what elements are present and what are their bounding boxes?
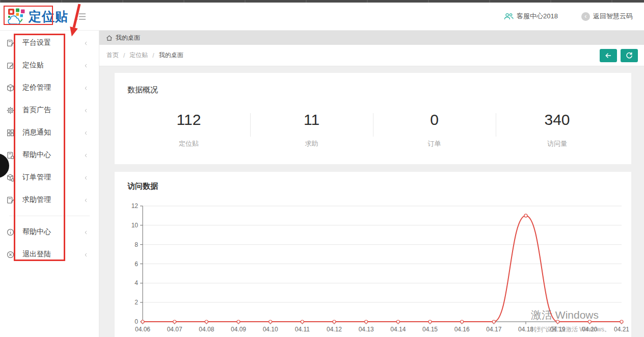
refresh-button[interactable] (621, 49, 638, 62)
customer-service-account[interactable]: 客服中心2018 (504, 12, 558, 21)
svg-text:04.09: 04.09 (231, 326, 246, 333)
chevron-left-icon (84, 152, 89, 158)
breadcrumb-bar: 首页/定位贴/我的桌面 (99, 45, 644, 66)
chevron-left-icon (84, 40, 89, 46)
breadcrumb-separator: / (152, 52, 154, 59)
sidebar-item-label: 首页广告 (22, 106, 84, 115)
svg-text:04.21: 04.21 (614, 326, 629, 333)
sidebar-nav: 平台设置定位贴定价管理首页广告消息通知帮助中心订单管理求助管理帮助中心退出登陆 (0, 31, 99, 337)
back-circle-icon: ‹ (581, 12, 590, 21)
sidebar-item-label: 定价管理 (22, 83, 84, 92)
breadcrumb-item-0[interactable]: 首页 (106, 51, 119, 60)
stat-label: 订单 (373, 139, 496, 148)
svg-text:04.08: 04.08 (199, 326, 214, 333)
svg-text:04.14: 04.14 (390, 326, 406, 333)
info-circle-icon (6, 228, 15, 237)
chevron-left-icon (84, 129, 89, 136)
svg-text:2: 2 (135, 299, 138, 306)
sidebar-divider (9, 216, 90, 216)
breadcrumb-separator: / (123, 52, 125, 59)
svg-text:04.11: 04.11 (295, 326, 310, 333)
logo-title: 定位贴 (29, 8, 68, 25)
tab-my-desktop[interactable]: 我的桌面 (116, 34, 140, 42)
chevron-left-icon (84, 197, 89, 203)
breadcrumb-item-2: 我的桌面 (159, 51, 183, 60)
sidebar-item-9[interactable]: 退出登陆 (0, 243, 99, 266)
logo-qr-cloud-icon (8, 8, 25, 25)
notebook-edit-icon (6, 39, 15, 47)
sidebar-item-label: 退出登陆 (22, 250, 84, 259)
notebook-edit-icon (6, 196, 15, 204)
gear-icon (6, 106, 15, 115)
stat-value: 340 (496, 111, 619, 128)
svg-text:4: 4 (135, 279, 138, 287)
chevron-left-icon (84, 229, 89, 235)
sidebar-item-6[interactable]: 订单管理 (0, 166, 99, 189)
breadcrumb: 首页/定位贴/我的桌面 (106, 51, 183, 60)
cube-badge-icon (6, 173, 15, 182)
svg-text:04.06: 04.06 (135, 326, 150, 333)
sidebar-item-3[interactable]: 首页广告 (0, 99, 99, 121)
stat-item-1: 11求助 (250, 111, 373, 148)
return-smart-cloud-label: 返回智慧云码 (593, 12, 633, 21)
sidebar-item-label: 订单管理 (22, 173, 84, 182)
stat-item-2: 0订单 (373, 111, 496, 148)
stat-value: 112 (127, 111, 250, 128)
svg-text:04.12: 04.12 (327, 326, 342, 333)
svg-text:12: 12 (131, 202, 139, 210)
stat-item-3: 340访问量 (496, 111, 619, 148)
sidebar-item-5[interactable]: 帮助中心 (0, 144, 99, 166)
chevron-left-icon (84, 174, 89, 180)
home-icon (106, 35, 113, 41)
svg-text:04.20: 04.20 (582, 326, 597, 333)
svg-text:04.13: 04.13 (359, 326, 374, 333)
svg-text:0: 0 (135, 318, 138, 325)
sidebar-item-4[interactable]: 消息通知 (0, 121, 99, 144)
chevron-left-icon (84, 107, 89, 113)
app-header: 定位贴 客服中心2018 ‹ 返回智慧云码 (0, 3, 644, 31)
sidebar-item-label: 定位贴 (22, 61, 84, 70)
users-icon (504, 13, 514, 20)
sidebar-item-label: 帮助中心 (22, 150, 84, 160)
customer-service-label: 客服中心2018 (517, 12, 558, 21)
chevron-left-icon (84, 62, 89, 68)
file-badge-icon (6, 151, 15, 160)
stat-label: 访问量 (496, 139, 619, 148)
return-smart-cloud-link[interactable]: ‹ 返回智慧云码 (581, 12, 633, 21)
data-overview-card: 数据概况 112定位贴11求助0订单340访问量 (115, 73, 631, 164)
stat-item-0: 112定位贴 (127, 111, 250, 148)
grid-icon (6, 128, 15, 137)
data-overview-title: 数据概况 (127, 85, 619, 95)
stat-label: 求助 (250, 139, 373, 148)
breadcrumb-item-1[interactable]: 定位贴 (129, 51, 148, 60)
sidebar-item-1[interactable]: 定位贴 (0, 54, 99, 76)
sidebar-item-0[interactable]: 平台设置 (0, 32, 99, 54)
chevron-left-icon (84, 85, 89, 91)
sidebar-item-label: 帮助中心 (22, 227, 84, 237)
app-logo[interactable]: 定位贴 (0, 8, 68, 25)
svg-text:04.17: 04.17 (486, 326, 501, 333)
svg-text:04.10: 04.10 (263, 326, 278, 333)
visit-line-chart: 02468101204.0604.0704.0804.0904.1004.110… (115, 172, 631, 337)
stat-value: 0 (373, 111, 496, 128)
main-area: 我的桌面 首页/定位贴/我的桌面 数据概况 112定位贴11求助0订单340访问… (99, 31, 644, 337)
back-button[interactable] (600, 49, 617, 62)
stat-label: 定位贴 (127, 139, 250, 148)
svg-text:6: 6 (135, 261, 138, 268)
svg-text:04.07: 04.07 (167, 326, 182, 333)
sidebar-item-2[interactable]: 定价管理 (0, 76, 99, 99)
sidebar-item-7[interactable]: 求助管理 (0, 189, 99, 211)
svg-text:8: 8 (135, 241, 138, 248)
stat-value: 11 (250, 111, 373, 128)
svg-text:04.15: 04.15 (422, 326, 438, 333)
svg-text:04.16: 04.16 (454, 326, 470, 333)
sidebar-item-8[interactable]: 帮助中心 (0, 221, 99, 243)
tab-bar: 我的桌面 (99, 31, 644, 45)
cube-icon (6, 84, 15, 92)
stats-row: 112定位贴11求助0订单340访问量 (127, 111, 619, 148)
svg-text:10: 10 (131, 222, 139, 229)
sidebar-toggle-icon[interactable] (76, 13, 86, 20)
chevron-left-icon (84, 251, 89, 257)
visit-data-card: 访问数据 02468101204.0604.0704.0804.0904.100… (115, 172, 631, 337)
svg-text:04.19: 04.19 (550, 326, 566, 333)
